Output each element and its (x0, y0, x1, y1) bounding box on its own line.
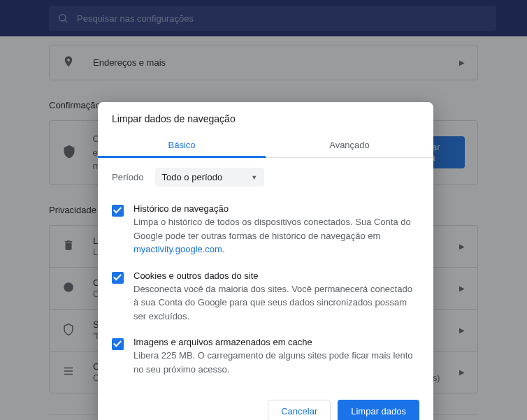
checkbox-history[interactable] (112, 205, 124, 217)
dialog-title: Limpar dados de navegação (98, 102, 433, 133)
option-history: Histórico de navegação Limpa o histórico… (112, 196, 419, 263)
myactivity-link[interactable]: myactivity.google.com (133, 244, 222, 254)
option-cookies: Cookies e outros dados do site Desconect… (112, 263, 419, 331)
period-label: Período (112, 172, 144, 182)
tab-basic[interactable]: Básico (98, 133, 266, 157)
dialog-actions: Cancelar Limpar dados (98, 390, 433, 420)
period-value: Todo o período (162, 172, 223, 182)
checkbox-cache[interactable] (112, 338, 124, 350)
dialog-tabs: Básico Avançado (98, 133, 433, 158)
checkbox-cookies[interactable] (112, 272, 124, 284)
options-list: Histórico de navegação Limpa o histórico… (98, 194, 433, 390)
caret-down-icon: ▼ (251, 174, 257, 181)
period-select[interactable]: Todo o período ▼ (155, 168, 265, 187)
option-cache: Imagens e arquivos armazenados em cache … (112, 330, 419, 383)
period-row: Período Todo o período ▼ (98, 158, 433, 194)
option-history-desc: Limpa o histórico de todos os dispositiv… (133, 215, 419, 256)
clear-data-button[interactable]: Limpar dados (338, 400, 419, 420)
tab-advanced[interactable]: Avançado (266, 133, 433, 157)
cancel-button[interactable]: Cancelar (268, 400, 331, 420)
clear-data-dialog: Limpar dados de navegação Básico Avançad… (98, 102, 433, 420)
